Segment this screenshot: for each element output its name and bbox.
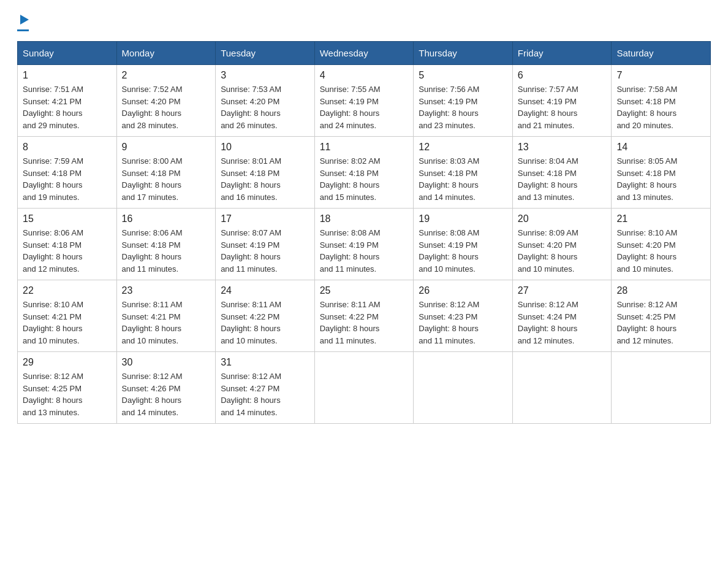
day-info: Sunrise: 8:12 AMSunset: 4:24 PMDaylight:…: [518, 300, 578, 345]
calendar-day-cell: 9 Sunrise: 8:00 AMSunset: 4:18 PMDayligh…: [116, 137, 216, 209]
day-info: Sunrise: 7:53 AMSunset: 4:20 PMDaylight:…: [221, 85, 281, 130]
calendar-day-cell: 31 Sunrise: 8:12 AMSunset: 4:27 PMDaylig…: [216, 352, 315, 424]
calendar-day-cell: 12 Sunrise: 8:03 AMSunset: 4:18 PMDaylig…: [414, 137, 513, 209]
logo-underline: [17, 29, 29, 31]
day-info: Sunrise: 8:01 AMSunset: 4:18 PMDaylight:…: [221, 156, 281, 202]
day-info: Sunrise: 8:11 AMSunset: 4:22 PMDaylight:…: [320, 300, 381, 345]
calendar-week-row: 15 Sunrise: 8:06 AMSunset: 4:18 PMDaylig…: [18, 209, 711, 280]
calendar-table: SundayMondayTuesdayWednesdayThursdayFrid…: [17, 41, 711, 424]
calendar-day-cell: 17 Sunrise: 8:07 AMSunset: 4:19 PMDaylig…: [216, 209, 315, 280]
calendar-day-cell: 3 Sunrise: 7:53 AMSunset: 4:20 PMDayligh…: [216, 65, 315, 137]
calendar-day-cell: 20 Sunrise: 8:09 AMSunset: 4:20 PMDaylig…: [512, 209, 612, 280]
calendar-day-cell: 30 Sunrise: 8:12 AMSunset: 4:26 PMDaylig…: [116, 352, 216, 424]
day-number: 24: [221, 285, 309, 296]
day-info: Sunrise: 7:51 AMSunset: 4:21 PMDaylight:…: [23, 85, 83, 130]
day-info: Sunrise: 8:07 AMSunset: 4:19 PMDaylight:…: [221, 228, 281, 274]
calendar-day-cell: 19 Sunrise: 8:08 AMSunset: 4:19 PMDaylig…: [414, 209, 513, 280]
calendar-day-cell: [512, 352, 612, 424]
calendar-day-cell: 11 Sunrise: 8:02 AMSunset: 4:18 PMDaylig…: [314, 137, 414, 209]
day-number: 31: [221, 357, 309, 368]
day-number: 22: [23, 285, 112, 296]
calendar-week-row: 29 Sunrise: 8:12 AMSunset: 4:25 PMDaylig…: [18, 352, 711, 424]
day-of-week-header: Tuesday: [216, 42, 315, 65]
day-info: Sunrise: 8:00 AMSunset: 4:18 PMDaylight:…: [122, 156, 183, 202]
day-info: Sunrise: 8:12 AMSunset: 4:25 PMDaylight:…: [616, 300, 677, 345]
day-number: 15: [23, 213, 112, 224]
calendar-day-cell: 4 Sunrise: 7:55 AMSunset: 4:19 PMDayligh…: [314, 65, 414, 137]
day-info: Sunrise: 8:05 AMSunset: 4:18 PMDaylight:…: [616, 156, 677, 202]
day-of-week-header: Thursday: [414, 42, 513, 65]
day-number: 5: [419, 70, 507, 81]
calendar-day-cell: 6 Sunrise: 7:57 AMSunset: 4:19 PMDayligh…: [512, 65, 612, 137]
logo: [17, 15, 29, 31]
day-number: 12: [419, 142, 507, 153]
calendar-day-cell: 13 Sunrise: 8:04 AMSunset: 4:18 PMDaylig…: [512, 137, 612, 209]
day-number: 27: [518, 285, 607, 296]
day-number: 18: [320, 213, 409, 224]
day-info: Sunrise: 8:12 AMSunset: 4:26 PMDaylight:…: [122, 372, 183, 417]
calendar-day-cell: 29 Sunrise: 8:12 AMSunset: 4:25 PMDaylig…: [18, 352, 117, 424]
day-number: 16: [122, 213, 211, 224]
calendar-day-cell: 14 Sunrise: 8:05 AMSunset: 4:18 PMDaylig…: [612, 137, 711, 209]
calendar-day-cell: 26 Sunrise: 8:12 AMSunset: 4:23 PMDaylig…: [414, 280, 513, 352]
day-info: Sunrise: 8:06 AMSunset: 4:18 PMDaylight:…: [122, 228, 183, 274]
day-number: 20: [518, 213, 607, 224]
day-of-week-header: Sunday: [18, 42, 117, 65]
calendar-day-cell: 24 Sunrise: 8:11 AMSunset: 4:22 PMDaylig…: [216, 280, 315, 352]
day-number: 17: [221, 213, 309, 224]
day-number: 1: [23, 70, 112, 81]
day-number: 23: [122, 285, 211, 296]
day-info: Sunrise: 8:12 AMSunset: 4:23 PMDaylight:…: [419, 300, 479, 345]
day-of-week-header: Monday: [116, 42, 216, 65]
day-number: 28: [616, 285, 705, 296]
calendar-day-cell: 22 Sunrise: 8:10 AMSunset: 4:21 PMDaylig…: [18, 280, 117, 352]
day-info: Sunrise: 7:55 AMSunset: 4:19 PMDaylight:…: [320, 85, 381, 130]
calendar-day-cell: 1 Sunrise: 7:51 AMSunset: 4:21 PMDayligh…: [18, 65, 117, 137]
day-info: Sunrise: 8:12 AMSunset: 4:25 PMDaylight:…: [23, 372, 83, 417]
calendar-day-cell: 21 Sunrise: 8:10 AMSunset: 4:20 PMDaylig…: [612, 209, 711, 280]
day-info: Sunrise: 8:12 AMSunset: 4:27 PMDaylight:…: [221, 372, 281, 417]
calendar-day-cell: 8 Sunrise: 7:59 AMSunset: 4:18 PMDayligh…: [18, 137, 117, 209]
day-info: Sunrise: 8:11 AMSunset: 4:21 PMDaylight:…: [122, 300, 183, 345]
logo-arrow-icon: [20, 15, 29, 27]
calendar-day-cell: 25 Sunrise: 8:11 AMSunset: 4:22 PMDaylig…: [314, 280, 414, 352]
calendar-day-cell: 5 Sunrise: 7:56 AMSunset: 4:19 PMDayligh…: [414, 65, 513, 137]
day-info: Sunrise: 8:10 AMSunset: 4:21 PMDaylight:…: [23, 300, 83, 345]
day-info: Sunrise: 8:08 AMSunset: 4:19 PMDaylight:…: [419, 228, 479, 274]
day-number: 8: [23, 142, 112, 153]
day-number: 6: [518, 70, 607, 81]
day-info: Sunrise: 8:11 AMSunset: 4:22 PMDaylight:…: [221, 300, 281, 345]
day-info: Sunrise: 8:10 AMSunset: 4:20 PMDaylight:…: [616, 228, 677, 274]
day-number: 14: [616, 142, 705, 153]
day-of-week-header: Saturday: [612, 42, 711, 65]
calendar-week-row: 1 Sunrise: 7:51 AMSunset: 4:21 PMDayligh…: [18, 65, 711, 137]
day-number: 13: [518, 142, 607, 153]
day-info: Sunrise: 8:08 AMSunset: 4:19 PMDaylight:…: [320, 228, 381, 274]
day-of-week-header: Wednesday: [314, 42, 414, 65]
day-info: Sunrise: 7:59 AMSunset: 4:18 PMDaylight:…: [23, 156, 83, 202]
calendar-week-row: 22 Sunrise: 8:10 AMSunset: 4:21 PMDaylig…: [18, 280, 711, 352]
day-number: 11: [320, 142, 409, 153]
calendar-header-row: SundayMondayTuesdayWednesdayThursdayFrid…: [18, 42, 711, 65]
day-number: 4: [320, 70, 409, 81]
day-info: Sunrise: 7:57 AMSunset: 4:19 PMDaylight:…: [518, 85, 578, 130]
day-info: Sunrise: 8:04 AMSunset: 4:18 PMDaylight:…: [518, 156, 578, 202]
calendar-week-row: 8 Sunrise: 7:59 AMSunset: 4:18 PMDayligh…: [18, 137, 711, 209]
day-number: 30: [122, 357, 211, 368]
page-header: [17, 15, 711, 31]
calendar-day-cell: 28 Sunrise: 8:12 AMSunset: 4:25 PMDaylig…: [612, 280, 711, 352]
day-number: 25: [320, 285, 409, 296]
day-number: 3: [221, 70, 309, 81]
calendar-day-cell: [414, 352, 513, 424]
calendar-day-cell: 16 Sunrise: 8:06 AMSunset: 4:18 PMDaylig…: [116, 209, 216, 280]
day-info: Sunrise: 8:03 AMSunset: 4:18 PMDaylight:…: [419, 156, 479, 202]
day-number: 19: [419, 213, 507, 224]
day-info: Sunrise: 8:09 AMSunset: 4:20 PMDaylight:…: [518, 228, 578, 274]
day-of-week-header: Friday: [512, 42, 612, 65]
calendar-day-cell: [612, 352, 711, 424]
day-number: 9: [122, 142, 211, 153]
day-info: Sunrise: 8:02 AMSunset: 4:18 PMDaylight:…: [320, 156, 381, 202]
day-number: 21: [616, 213, 705, 224]
day-number: 29: [23, 357, 112, 368]
calendar-day-cell: 10 Sunrise: 8:01 AMSunset: 4:18 PMDaylig…: [216, 137, 315, 209]
